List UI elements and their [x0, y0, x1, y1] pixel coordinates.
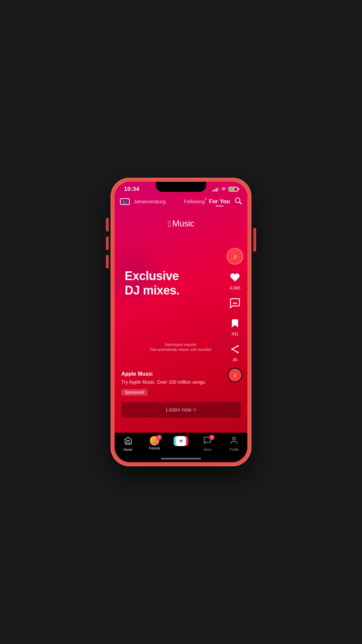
tab-friends-label: Friends — [149, 446, 160, 450]
nav-bar: 📺 Johannesburg Following For You — [115, 194, 247, 208]
following-notification-dot — [204, 198, 207, 200]
action-buttons: ♪ 4,065 — [227, 248, 243, 382]
wifi-icon — [221, 186, 227, 192]
shares-count: 45 — [233, 357, 237, 362]
svg-point-3 — [234, 303, 236, 304]
ad-headline: Exclusive DJ mixes. — [125, 269, 180, 298]
svg-point-7 — [237, 352, 238, 353]
apple-music-logo:  Music — [168, 218, 194, 229]
tv-icon: 📺 — [122, 200, 127, 204]
create-button-center: + — [176, 436, 186, 446]
svg-line-1 — [240, 202, 242, 204]
music-mini-note: ♪ — [234, 372, 237, 379]
svg-point-2 — [233, 303, 234, 304]
ad-bottom-info: Apple Music Try Apple Music. Over 100 mi… — [121, 371, 221, 396]
nav-following[interactable]: Following — [184, 199, 205, 204]
create-button[interactable]: + — [174, 436, 188, 446]
tab-home-label: Home — [123, 448, 132, 451]
music-mini-button[interactable]: ♪ — [228, 368, 242, 382]
inbox-badge: 3 — [209, 435, 215, 440]
profile-icon — [230, 436, 238, 447]
nav-location[interactable]: Johannesburg — [134, 199, 180, 204]
signal-icon — [213, 187, 219, 192]
cta-button[interactable]: Listen now > — [121, 402, 241, 418]
tab-profile-label: Profile — [229, 448, 239, 451]
music-avatar[interactable]: ♪ — [227, 248, 243, 265]
tab-profile[interactable]: Profile — [221, 436, 247, 451]
ad-disclaimer: Subscription required. Plan automaticall… — [144, 342, 218, 352]
phone-frame: 10:34 ⚡ — [111, 178, 251, 466]
tab-home[interactable]: Home — [115, 436, 141, 451]
tab-create[interactable]: + — [168, 436, 194, 446]
home-indicator — [161, 458, 201, 460]
svg-point-4 — [236, 303, 237, 304]
inbox-icon: 3 — [203, 436, 212, 447]
advertiser-name: Apple Music — [121, 371, 221, 377]
tiktok-screen: 10:34 ⚡ — [115, 182, 247, 462]
plus-icon: + — [179, 438, 183, 444]
live-button[interactable]: 📺 — [120, 198, 130, 205]
content-area:  Music Exclusive DJ mixes. Subscription… — [115, 208, 247, 433]
notch — [156, 182, 206, 192]
phone-screen: 10:34 ⚡ — [115, 182, 247, 462]
like-button[interactable]: 4,065 — [228, 270, 242, 290]
tab-inbox-label: Inbox — [203, 448, 212, 451]
music-note-icon: ♪ — [233, 252, 237, 261]
nav-foryou[interactable]: For You — [209, 198, 230, 205]
svg-line-9 — [233, 350, 237, 352]
svg-line-8 — [233, 346, 237, 349]
music-logo-text: Music — [172, 218, 194, 229]
share-button[interactable]: 45 — [228, 342, 242, 362]
bookmarks-count: 431 — [231, 331, 239, 336]
svg-point-6 — [231, 348, 233, 350]
advertiser-desc: Try Apple Music. Over 100 million songs. — [121, 379, 221, 386]
tab-inbox[interactable]: 3 Inbox — [194, 436, 221, 451]
svg-point-10 — [233, 437, 236, 440]
tab-friends[interactable]: 3 Friends — [141, 436, 168, 450]
comment-icon — [228, 296, 242, 311]
friends-icon: 3 — [150, 436, 159, 445]
sponsored-badge: Sponsored — [121, 389, 147, 396]
svg-point-5 — [237, 345, 238, 347]
heart-icon — [228, 270, 242, 285]
search-icon[interactable] — [234, 197, 242, 206]
friends-badge: 3 — [157, 435, 162, 440]
bookmark-button[interactable]: 431 — [228, 316, 242, 336]
status-icons: ⚡ — [213, 186, 238, 192]
status-time: 10:34 — [124, 186, 139, 193]
home-icon — [124, 436, 132, 447]
comment-button[interactable] — [228, 296, 242, 311]
share-icon — [228, 342, 242, 357]
battery-icon: ⚡ — [229, 187, 238, 192]
likes-count: 4,065 — [230, 285, 241, 290]
bookmark-icon — [228, 316, 242, 331]
apple-icon:  — [168, 219, 171, 228]
